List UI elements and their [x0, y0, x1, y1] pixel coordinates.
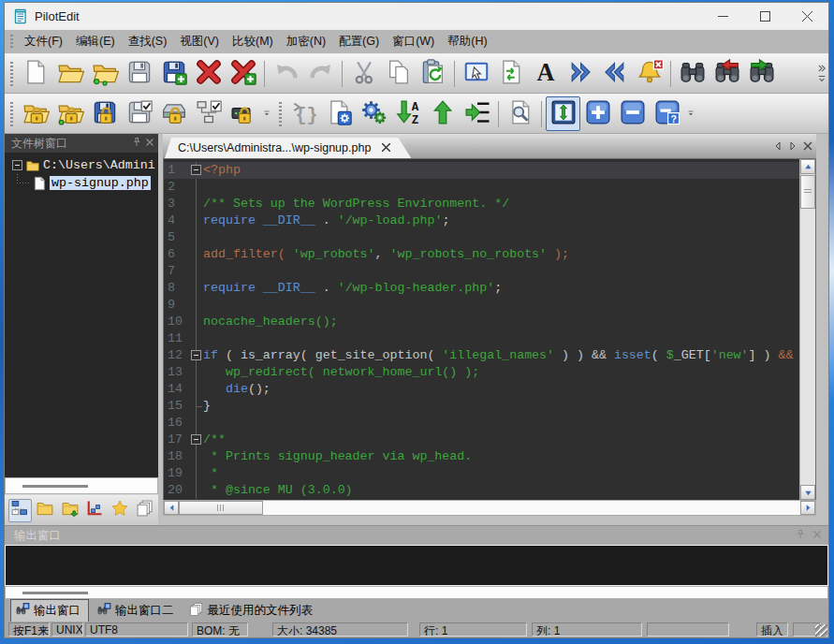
menu-file[interactable]: 文件(F) — [18, 30, 69, 53]
panel-close-icon[interactable] — [144, 137, 155, 151]
bottom-tab-output1[interactable]: 输出窗口 — [10, 599, 89, 622]
fold-column[interactable] — [189, 162, 203, 179]
gears-button[interactable] — [356, 96, 390, 131]
indent-button[interactable] — [460, 96, 494, 131]
close-button[interactable] — [786, 3, 828, 29]
fold-column[interactable] — [189, 381, 203, 398]
drive-lock-button[interactable] — [156, 96, 191, 131]
folder-lock-button[interactable] — [18, 96, 52, 131]
scroll-up-icon[interactable] — [800, 159, 815, 174]
file-tree-hscrollbar[interactable] — [5, 477, 158, 494]
sort-chart-button[interactable] — [83, 499, 107, 522]
menu-search[interactable]: 查找(S) — [122, 30, 174, 53]
sort-az-button[interactable]: AZ — [390, 96, 425, 131]
collapse-plus-button[interactable] — [580, 96, 615, 131]
open-ftp-button[interactable] — [87, 56, 122, 91]
tree-item[interactable]: wp-signup.php — [5, 174, 158, 192]
tab-prev-icon[interactable] — [773, 138, 783, 154]
tree-view-button[interactable] — [8, 499, 32, 522]
fold-column[interactable] — [189, 415, 203, 432]
fold-column[interactable] — [189, 482, 203, 499]
font-button[interactable]: A — [528, 56, 563, 91]
fold-column[interactable] — [189, 263, 203, 280]
editor-hscrollbar[interactable] — [163, 500, 816, 516]
net-check-button[interactable] — [191, 96, 226, 131]
menu-config[interactable]: 配置(G) — [332, 30, 386, 53]
files-button[interactable] — [133, 499, 156, 522]
output-pin-icon[interactable] — [795, 529, 806, 543]
save-button[interactable] — [122, 56, 156, 91]
fold-column[interactable] — [189, 196, 203, 212]
open-folder-button[interactable] — [52, 56, 87, 91]
nav-forward-button[interactable] — [563, 56, 597, 91]
alarm-bell-button[interactable] — [632, 56, 666, 91]
hscroll-thumb[interactable] — [179, 501, 263, 515]
select-rect-button[interactable] — [459, 56, 493, 91]
move-up-button[interactable] — [425, 96, 460, 131]
scroll-right-icon[interactable] — [800, 501, 815, 515]
folder-plain-button[interactable] — [34, 499, 57, 522]
fold-column[interactable] — [189, 398, 203, 415]
tree-item[interactable]: C:\Users\Admini — [5, 156, 158, 174]
save-check-button[interactable] — [122, 96, 156, 131]
server-lock-button[interactable] — [226, 96, 260, 131]
close-file-button[interactable] — [191, 56, 226, 91]
ftp-lock-button[interactable] — [52, 96, 87, 131]
folder-sync-button[interactable] — [58, 499, 81, 522]
menu-view[interactable]: 视图(V) — [173, 30, 226, 53]
menu-compare[interactable]: 比较(M) — [226, 30, 280, 53]
maximize-button[interactable] — [744, 3, 786, 29]
chev-down-button[interactable] — [684, 96, 697, 131]
save-lock-button[interactable] — [87, 96, 122, 131]
output-console[interactable] — [5, 545, 828, 586]
tab-close-icon[interactable] — [382, 141, 390, 154]
editor-vscrollbar[interactable] — [799, 159, 815, 500]
bottom-tab-output2[interactable]: 输出窗口二 — [93, 600, 182, 622]
fold-column[interactable] — [189, 347, 203, 364]
fold-column[interactable] — [189, 465, 203, 482]
fold-column[interactable] — [189, 179, 203, 196]
code-editor[interactable]: 1<?php23/** Sets up the WordPress Enviro… — [163, 158, 816, 500]
scroll-left-icon[interactable] — [164, 501, 179, 515]
fold-column[interactable] — [189, 297, 203, 314]
collapse-minus-button[interactable] — [615, 96, 650, 131]
undo-button[interactable] — [269, 56, 303, 91]
save-all-button[interactable] — [156, 56, 191, 91]
fold-column[interactable] — [189, 314, 203, 330]
collapse-help-button[interactable]: ? — [650, 96, 684, 131]
find-button[interactable] — [675, 56, 710, 91]
bottom-tab-recent-files[interactable]: 最近使用的文件列表 — [185, 600, 321, 622]
page-gear-button[interactable] — [321, 96, 356, 131]
expand-ud-button[interactable] — [546, 96, 580, 131]
fold-column[interactable] — [189, 212, 203, 229]
copy-button[interactable] — [381, 56, 416, 91]
find-prev-button[interactable] — [710, 56, 744, 91]
output-close-icon[interactable] — [812, 529, 823, 543]
nav-back-button[interactable] — [597, 56, 632, 91]
chev-down-button[interactable] — [260, 96, 273, 131]
fold-column[interactable] — [189, 432, 203, 448]
fold-column[interactable] — [189, 364, 203, 381]
menu-help[interactable]: 帮助(H) — [441, 30, 493, 53]
menu-window[interactable]: 窗口(W) — [386, 30, 441, 53]
redo-button[interactable] — [303, 56, 338, 91]
fold-column[interactable] — [189, 246, 203, 263]
close-all-button[interactable] — [226, 56, 260, 91]
tab-next-icon[interactable] — [788, 138, 797, 154]
resize-grip[interactable] — [815, 624, 827, 637]
vscroll-thumb[interactable] — [800, 175, 815, 209]
output-hscrollbar[interactable] — [5, 586, 828, 599]
tab-list-close-icon[interactable] — [803, 138, 812, 154]
menu-edit[interactable]: 编辑(E) — [69, 30, 122, 53]
compare-files-button[interactable] — [493, 56, 528, 91]
title-bar[interactable]: PilotEdit — [5, 3, 828, 29]
fold-column[interactable] — [189, 229, 203, 246]
braces-button[interactable]: {} — [286, 96, 321, 131]
star-button[interactable] — [109, 499, 132, 522]
new-file-button[interactable] — [18, 56, 52, 91]
editor-tab[interactable]: C:\Users\Administra...\wp-signup.php — [165, 138, 411, 158]
paste-button[interactable] — [416, 56, 450, 91]
fold-column[interactable] — [189, 448, 203, 465]
pin-icon[interactable] — [131, 137, 142, 151]
menu-encrypt[interactable]: 加密(N) — [280, 30, 332, 53]
